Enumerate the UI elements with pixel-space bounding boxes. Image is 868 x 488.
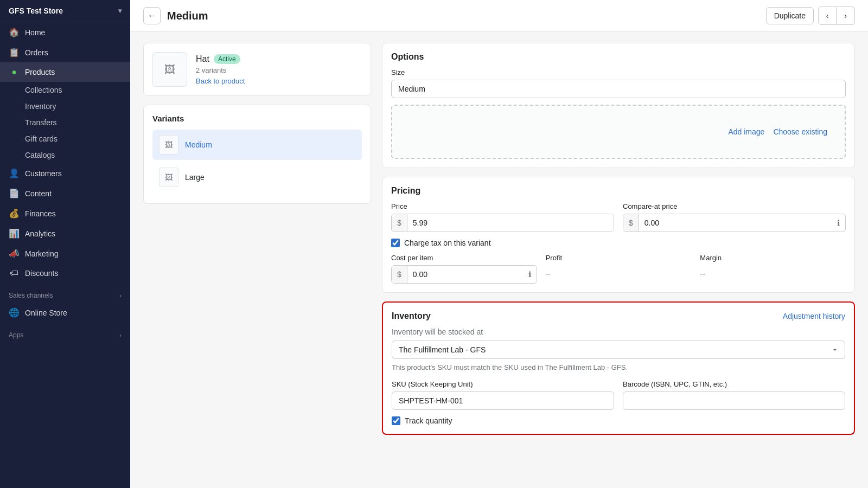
- customers-icon: 👤: [9, 168, 20, 178]
- sidebar-item-label-analytics: Analytics: [25, 229, 55, 238]
- inventory-header: Inventory Adjustment history: [392, 311, 845, 321]
- product-info: Hat Active 2 variants Back to product: [196, 54, 362, 85]
- cost-info-icon[interactable]: ℹ: [523, 266, 537, 283]
- product-name-row: Hat Active: [196, 54, 362, 64]
- choose-existing-link[interactable]: Choose existing: [773, 127, 827, 136]
- sidebar-sub-catalogs[interactable]: Catalogs: [0, 147, 130, 163]
- sku-input[interactable]: [392, 391, 614, 410]
- main-content: ← Medium Duplicate ‹ › 🖼 Hat: [130, 0, 868, 488]
- charge-tax-checkbox[interactable]: [391, 239, 400, 247]
- barcode-label: Barcode (ISBN, UPC, GTIN, etc.): [623, 380, 845, 388]
- sub-label-gift-cards: Gift cards: [25, 134, 58, 143]
- products-icon: ●: [9, 67, 20, 77]
- profit-label: Profit: [546, 254, 692, 262]
- sidebar-item-orders[interactable]: 📋 Orders: [0, 42, 130, 62]
- options-card: Options Size Add image Choose existing: [382, 43, 855, 168]
- topbar: ← Medium Duplicate ‹ ›: [130, 0, 868, 32]
- compare-info-icon[interactable]: ℹ: [832, 214, 845, 232]
- sidebar-item-label-content: Content: [25, 189, 52, 198]
- prev-button[interactable]: ‹: [818, 7, 837, 25]
- product-name-text: Hat: [196, 54, 209, 64]
- marketing-icon: 📣: [9, 248, 20, 259]
- sidebar-item-customers[interactable]: 👤 Customers: [0, 163, 130, 183]
- next-button[interactable]: ›: [837, 7, 855, 25]
- sidebar-sub-transfers[interactable]: Transfers: [0, 114, 130, 131]
- store-selector[interactable]: GFS Test Store ▾: [0, 0, 130, 22]
- track-quantity-checkbox[interactable]: [392, 416, 400, 425]
- sidebar-item-content[interactable]: 📄 Content: [0, 183, 130, 203]
- sales-channels-label: Sales channels: [9, 292, 53, 299]
- margin-field: Margin --: [700, 254, 846, 284]
- sidebar-item-analytics[interactable]: 📊 Analytics: [0, 223, 130, 243]
- sidebar-item-label-orders: Orders: [25, 48, 48, 57]
- price-field: Price $: [391, 202, 614, 232]
- sidebar-sub-collections[interactable]: Collections: [0, 82, 130, 98]
- pricing-card: Pricing Price $ Compare-at price $: [382, 177, 855, 293]
- sidebar-item-discounts[interactable]: 🏷 Discounts: [0, 264, 130, 283]
- variant-item-medium[interactable]: 🖼 Medium: [152, 130, 362, 160]
- add-image-link[interactable]: Add image: [728, 127, 764, 136]
- product-active-badge: Active: [214, 54, 240, 64]
- sales-channels-section[interactable]: Sales channels ›: [0, 283, 130, 303]
- sidebar-sub-inventory[interactable]: Inventory: [0, 98, 130, 114]
- back-to-product-link[interactable]: Back to product: [196, 77, 245, 85]
- store-dropdown-icon: ▾: [118, 7, 122, 15]
- home-icon: 🏠: [9, 27, 20, 37]
- barcode-field: Barcode (ISBN, UPC, GTIN, etc.): [623, 380, 845, 410]
- right-column: Options Size Add image Choose existing P…: [382, 43, 855, 435]
- sidebar-item-products[interactable]: ● Products: [0, 62, 130, 82]
- analytics-icon: 📊: [9, 228, 20, 239]
- sidebar-sub-gift-cards[interactable]: Gift cards: [0, 131, 130, 147]
- back-button[interactable]: ←: [143, 7, 161, 24]
- finances-icon: 💰: [9, 208, 20, 219]
- price-input[interactable]: [407, 214, 614, 232]
- size-input[interactable]: [391, 80, 846, 98]
- page-title: Medium: [167, 10, 760, 22]
- product-info-card: 🖼 Hat Active 2 variants Back to product: [143, 43, 371, 96]
- sku-barcode-grid: SKU (Stock Keeping Unit) Barcode (ISBN, …: [392, 380, 845, 410]
- variant-thumb-icon-medium: 🖼: [165, 140, 173, 149]
- store-name: GFS Test Store: [9, 7, 63, 15]
- content-icon: 📄: [9, 188, 20, 198]
- track-quantity-row: Track quantity: [392, 416, 845, 425]
- cost-input[interactable]: [407, 266, 523, 283]
- inventory-title: Inventory: [392, 311, 431, 321]
- duplicate-button[interactable]: Duplicate: [766, 7, 814, 24]
- compare-price-input[interactable]: [639, 214, 832, 232]
- price-currency: $: [392, 214, 407, 232]
- orders-icon: 📋: [9, 47, 20, 57]
- sidebar-item-marketing[interactable]: 📣 Marketing: [0, 243, 130, 264]
- sidebar-item-home[interactable]: 🏠 Home: [0, 22, 130, 42]
- variant-thumb-medium: 🖼: [159, 135, 178, 155]
- sku-field: SKU (Stock Keeping Unit): [392, 380, 614, 410]
- inventory-warning-text: This product's SKU must match the SKU us…: [392, 363, 845, 371]
- compare-price-label: Compare-at price: [623, 202, 846, 210]
- topbar-right: Duplicate ‹ ›: [766, 7, 855, 25]
- image-upload-area: Add image Choose existing: [391, 105, 846, 159]
- variant-label-large: Large: [185, 173, 205, 182]
- size-label: Size: [391, 68, 846, 76]
- discounts-icon: 🏷: [9, 268, 20, 278]
- pricing-title: Pricing: [391, 186, 846, 196]
- sub-label-collections: Collections: [25, 86, 62, 94]
- fulfillment-select[interactable]: The Fulfillment Lab - GFS: [392, 341, 845, 359]
- content-wrapper: 🖼 Hat Active 2 variants Back to product …: [130, 32, 868, 446]
- cost-label: Cost per item: [391, 254, 537, 262]
- barcode-input[interactable]: [623, 391, 845, 410]
- adjustment-history-link[interactable]: Adjustment history: [783, 312, 845, 320]
- sidebar-item-finances[interactable]: 💰 Finances: [0, 203, 130, 223]
- cost-per-item-field: Cost per item $ ℹ: [391, 254, 537, 284]
- sidebar-item-online-store[interactable]: 🌐 Online Store: [0, 303, 130, 323]
- variants-title: Variants: [152, 114, 362, 123]
- apps-section[interactable]: Apps ›: [0, 323, 130, 342]
- margin-value: --: [700, 265, 846, 282]
- nav-arrows: ‹ ›: [818, 7, 855, 25]
- charge-tax-label: Charge tax on this variant: [404, 239, 491, 247]
- back-icon: ←: [148, 11, 156, 21]
- product-variants-text: 2 variants: [196, 66, 362, 74]
- variant-item-large[interactable]: 🖼 Large: [152, 162, 362, 192]
- apps-chevron: ›: [119, 332, 122, 338]
- price-input-wrapper: $: [391, 214, 614, 232]
- sales-channels-chevron: ›: [119, 292, 122, 299]
- sub-label-transfers: Transfers: [25, 118, 57, 127]
